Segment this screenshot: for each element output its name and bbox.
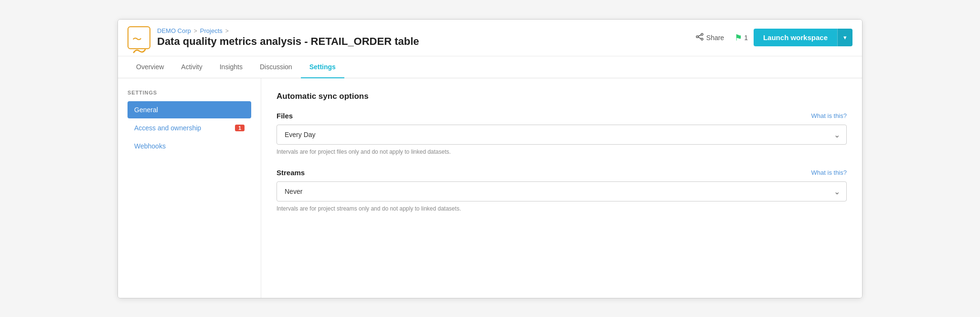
svg-line-4 [698,37,701,39]
svg-point-2 [696,36,698,38]
tab-discussion[interactable]: Discussion [251,56,301,78]
files-field-header: Files What is this? [277,112,847,120]
streams-select[interactable]: Never Every Hour Every Day Every Week [277,181,847,201]
access-badge: 1 [235,125,245,131]
tab-overview[interactable]: Overview [128,56,172,78]
breadcrumb-org[interactable]: DEMO Corp [157,27,191,34]
sidebar-item-webhooks[interactable]: Webhooks [128,137,251,155]
page-title: Data quality metrics analysis - RETAIL_O… [157,35,691,48]
streams-hint: Intervals are for project streams only a… [277,205,847,212]
svg-line-3 [698,35,701,36]
breadcrumb-projects[interactable]: Projects [200,27,223,34]
app-window: DEMO Corp > Projects > Data quality metr… [117,19,863,298]
launch-workspace-button[interactable]: Launch workspace [754,29,837,46]
sidebar: SETTINGS General Access and ownership 1 … [118,78,261,298]
sidebar-section-label: SETTINGS [128,90,251,95]
share-label: Share [706,34,724,42]
bookmark-count: 1 [744,34,748,42]
svg-point-0 [701,33,703,35]
files-select[interactable]: Every Day Every Hour Every Week Never [277,125,847,145]
title-area: DEMO Corp > Projects > Data quality metr… [157,27,691,48]
streams-field-group: Streams What is this? Never Every Hour E… [277,169,847,212]
launch-caret-button[interactable]: ▾ [837,29,852,46]
breadcrumb: DEMO Corp > Projects > [157,27,691,34]
files-what-is-this[interactable]: What is this? [811,112,847,119]
svg-point-1 [701,38,703,40]
main-content: SETTINGS General Access and ownership 1 … [118,78,862,298]
streams-label: Streams [277,169,305,177]
sidebar-item-general-label: General [134,106,158,114]
breadcrumb-sep2: > [225,28,229,34]
content-area: Automatic sync options Files What is thi… [261,78,862,298]
sidebar-item-webhooks-label: Webhooks [134,142,166,150]
breadcrumb-sep1: > [194,28,197,34]
nav-tabs: Overview Activity Insights Discussion Se… [118,56,862,78]
sidebar-item-access[interactable]: Access and ownership 1 [128,119,251,137]
bookmark-area: ⚑ 1 [735,32,748,43]
files-label: Files [277,112,293,120]
header-actions: Share ⚑ 1 Launch workspace ▾ [691,29,852,46]
bookmark-icon: ⚑ [735,32,742,43]
section-title: Automatic sync options [277,92,847,101]
streams-what-is-this[interactable]: What is this? [811,169,847,176]
app-logo [128,26,150,49]
files-select-wrapper: Every Day Every Hour Every Week Never ⌄ [277,125,847,145]
share-button[interactable]: Share [691,30,729,45]
files-field-group: Files What is this? Every Day Every Hour… [277,112,847,155]
share-icon [696,33,703,42]
files-hint: Intervals are for project files only and… [277,148,847,155]
sidebar-item-general[interactable]: General [128,101,251,118]
header: DEMO Corp > Projects > Data quality metr… [118,20,862,56]
logo-icon [132,33,146,42]
sidebar-item-access-label: Access and ownership [134,124,201,132]
tab-insights[interactable]: Insights [211,56,251,78]
streams-field-header: Streams What is this? [277,169,847,177]
launch-button-group: Launch workspace ▾ [754,29,852,46]
streams-select-wrapper: Never Every Hour Every Day Every Week ⌄ [277,181,847,201]
tab-settings[interactable]: Settings [301,56,344,78]
tab-activity[interactable]: Activity [172,56,211,78]
